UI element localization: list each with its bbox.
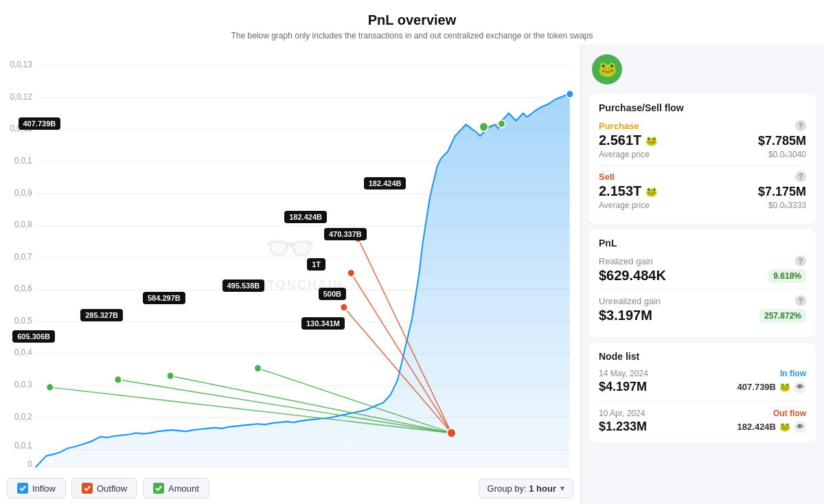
chart-container: 👓 SPOTONCHAIN 407.739B 182.424B 182.424B…	[7, 45, 573, 471]
realized-value-row: $629.484K 9.618%	[599, 268, 806, 284]
svg-point-50	[254, 365, 261, 372]
purchase-block: Purchase ? 2.561T 🐸 $7.785M Average pric…	[599, 120, 806, 159]
legend-amount[interactable]: Amount	[143, 478, 209, 499]
pnl-section: PnL Realized gain ? $629.484K 9.618% Unr…	[589, 229, 816, 337]
unrealized-header: Unrealized gain ?	[599, 295, 806, 306]
svg-point-56	[498, 120, 505, 128]
sell-help-icon[interactable]: ?	[795, 171, 806, 182]
page: PnL overview The below graph only includ…	[0, 0, 824, 504]
sell-amount: 2.153T 🐸	[599, 183, 657, 199]
amount-checkbox[interactable]	[153, 483, 164, 494]
purchase-amount: 2.561T 🐸	[599, 133, 657, 148]
svg-text:0,0,11: 0,0,11	[10, 124, 32, 133]
avatar-row: 🐸	[581, 45, 824, 94]
node-tokens-1: 182.424B 🐸 👁	[737, 421, 806, 433]
unrealized-block: Unrealized gain ? $3.197M 257.872%	[599, 295, 806, 323]
node-top-0: 14 May, 2024 In flow	[599, 369, 806, 378]
divider	[599, 165, 806, 165]
sell-usd: $7.175M	[758, 185, 806, 199]
realized-value: $629.484K	[599, 268, 666, 284]
node-item-1: 10 Apr, 2024 Out flow $1.233M 182.424B 🐸…	[599, 409, 806, 434]
chart-area: 👓 SPOTONCHAIN 407.739B 182.424B 182.424B…	[0, 45, 580, 504]
inflow-label: Inflow	[32, 483, 56, 494]
svg-text:0,0,3: 0,0,3	[14, 380, 32, 389]
sell-block: Sell ? 2.153T 🐸 $7.175M Average price $0…	[599, 171, 806, 210]
group-by-selector[interactable]: Group by: 1 hour ▾	[479, 479, 573, 499]
svg-text:0,0,5: 0,0,5	[14, 316, 32, 325]
purchase-usd: $7.785M	[758, 134, 806, 148]
main-content: 👓 SPOTONCHAIN 407.739B 182.424B 182.424B…	[0, 45, 824, 504]
node-list-section: Node list 14 May, 2024 In flow $4.197M 4…	[589, 343, 816, 442]
realized-label: Realized gain	[599, 256, 653, 266]
purchase-sell-section: Purchase/Sell flow Purchase ? 2.561T 🐸 $…	[589, 94, 816, 224]
unrealized-value-row: $3.197M 257.872%	[599, 308, 806, 323]
hide-icon-1[interactable]: 👁	[794, 421, 806, 433]
node-frog-1: 🐸	[779, 422, 790, 432]
purchase-header: Purchase ?	[599, 120, 806, 131]
realized-help-icon[interactable]: ?	[795, 255, 806, 266]
svg-text:0: 0	[27, 459, 32, 469]
node-flow-0: In flow	[780, 369, 806, 378]
page-subtitle: The below graph only includes the transa…	[0, 31, 824, 41]
purchase-avg: Average price $0.0₆3040	[599, 150, 806, 159]
node-list-title: Node list	[599, 351, 806, 362]
node-frog-0: 🐸	[779, 382, 790, 392]
svg-text:0,0,12: 0,0,12	[10, 92, 32, 102]
node-usd-1: $1.233M	[599, 420, 647, 434]
unrealized-badge: 257.872%	[759, 309, 806, 323]
node-bottom-0: $4.197M 407.739B 🐸 👁	[599, 380, 806, 394]
svg-point-54	[447, 428, 456, 437]
hide-icon-0[interactable]: 👁	[794, 381, 806, 393]
svg-point-55	[479, 122, 488, 131]
node-usd-0: $4.197M	[599, 380, 647, 394]
svg-text:0,0,1: 0,0,1	[14, 440, 32, 450]
page-title: PnL overview	[0, 12, 824, 28]
avatar: 🐸	[592, 54, 622, 84]
sell-header: Sell ?	[599, 171, 806, 182]
svg-point-57	[566, 91, 573, 98]
svg-point-52	[347, 269, 354, 277]
node-bottom-1: $1.233M 182.424B 🐸 👁	[599, 420, 806, 434]
svg-text:0,0,6: 0,0,6	[14, 284, 32, 293]
node-item-0: 14 May, 2024 In flow $4.197M 407.739B 🐸 …	[599, 369, 806, 402]
svg-point-53	[354, 235, 361, 242]
divider2	[599, 289, 806, 290]
purchase-sell-title: Purchase/Sell flow	[599, 102, 806, 113]
svg-text:0,0,7: 0,0,7	[14, 251, 32, 261]
unrealized-help-icon[interactable]: ?	[795, 295, 806, 306]
purchase-values: 2.561T 🐸 $7.785M	[599, 133, 806, 148]
svg-text:0,0,9: 0,0,9	[14, 187, 32, 197]
legend-outflow[interactable]: Outflow	[71, 478, 137, 499]
node-top-1: 10 Apr, 2024 Out flow	[599, 409, 806, 418]
chart-footer: Inflow Outflow Amount Group by: 1 hour	[7, 471, 573, 504]
sell-avg: Average price $0.0₆3333	[599, 201, 806, 210]
outflow-checkbox[interactable]	[82, 483, 93, 494]
legend-inflow[interactable]: Inflow	[7, 478, 66, 499]
realized-block: Realized gain ? $629.484K 9.618%	[599, 255, 806, 284]
svg-point-49	[167, 372, 174, 380]
unrealized-label: Unrealized gain	[599, 296, 661, 306]
chevron-down-icon: ▾	[560, 483, 564, 493]
sell-frog-icon: 🐸	[645, 186, 657, 197]
sell-values: 2.153T 🐸 $7.175M	[599, 183, 806, 199]
watermark-icon: 👓	[264, 224, 316, 273]
purchase-help-icon[interactable]: ?	[795, 120, 806, 131]
svg-point-47	[46, 383, 53, 391]
group-by-label: Group by: 1 hour	[488, 483, 556, 494]
svg-text:0,0,13: 0,0,13	[10, 60, 32, 69]
svg-text:0,0,2: 0,0,2	[14, 411, 32, 421]
sell-label: Sell	[599, 172, 615, 182]
purchase-label: Purchase	[599, 121, 639, 131]
watermark-text: SPOTONCHAIN	[237, 278, 343, 293]
svg-text:0,0,8: 0,0,8	[14, 220, 32, 229]
amount-label: Amount	[168, 483, 199, 494]
realized-header: Realized gain ?	[599, 255, 806, 266]
svg-point-51	[341, 303, 347, 311]
svg-text:0,0,1: 0,0,1	[14, 156, 32, 165]
realized-badge: 9.618%	[768, 269, 806, 283]
node-date-0: 14 May, 2024	[599, 369, 648, 378]
svg-text:0,0,4: 0,0,4	[14, 347, 32, 357]
inflow-checkbox[interactable]	[17, 483, 28, 494]
purchase-frog-icon: 🐸	[645, 135, 657, 146]
pnl-title: PnL	[599, 238, 806, 249]
